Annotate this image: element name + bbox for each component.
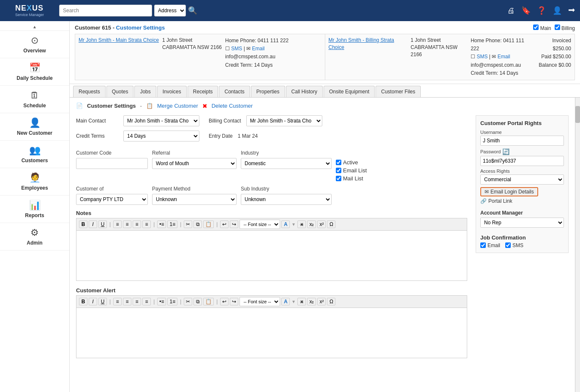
customer-code-input[interactable] xyxy=(76,158,148,169)
alert-textarea[interactable] xyxy=(76,308,467,358)
tab-properties[interactable]: Properties xyxy=(251,86,285,97)
main-contact-name[interactable]: Mr John Smith - Main Strata Choice xyxy=(79,37,159,43)
print-icon[interactable]: 🖨 xyxy=(507,6,515,15)
active-checkbox-label[interactable]: Active xyxy=(336,159,467,166)
user-icon[interactable]: 👤 xyxy=(553,6,562,15)
cut-btn[interactable]: ✂ xyxy=(184,220,192,228)
billing-contact-select[interactable]: Mr John Smith - Strata Cho xyxy=(246,115,322,126)
alert-superscript-btn[interactable]: x² xyxy=(317,298,326,305)
superscript-btn[interactable]: x² xyxy=(317,220,326,228)
tab-customer-files[interactable]: Customer Files xyxy=(376,86,421,97)
alert-list-number-btn[interactable]: 1≡ xyxy=(167,298,177,305)
scrollbar-thumb[interactable] xyxy=(575,106,580,123)
notes-textarea[interactable] xyxy=(76,230,467,281)
tab-call-history[interactable]: Call History xyxy=(286,86,323,97)
tab-onsite-equipment[interactable]: Onsite Equipment xyxy=(324,86,375,97)
sidebar-item-admin[interactable]: ⚙ Admin xyxy=(0,223,69,250)
referral-select[interactable]: Word of MouthOnline xyxy=(152,158,237,169)
alert-special-char-btn[interactable]: Ω xyxy=(327,298,335,305)
email-login-button[interactable]: ✉ Email Login Details xyxy=(480,187,538,196)
portal-link-button[interactable]: 🔗 Portal Link xyxy=(480,198,512,204)
alert-redo-btn[interactable]: ↪ xyxy=(230,298,238,305)
password-input[interactable] xyxy=(480,156,564,166)
help-icon[interactable]: ❓ xyxy=(537,6,546,15)
tab-contacts[interactable]: Contacts xyxy=(219,86,250,97)
alert-subscript-btn[interactable]: x₂ xyxy=(307,298,316,305)
mail-list-checkbox[interactable] xyxy=(336,176,341,181)
underline-btn[interactable]: U xyxy=(98,220,107,228)
logout-icon[interactable]: ⮕ xyxy=(568,6,576,15)
bookmark-icon[interactable]: 🔖 xyxy=(521,6,531,15)
credit-terms-select[interactable]: 14 Days xyxy=(123,131,199,142)
refresh-password-icon[interactable]: 🔄 xyxy=(502,148,509,155)
jc-email-checkbox[interactable] xyxy=(480,242,486,248)
tab-receipts[interactable]: Receipts xyxy=(188,86,218,97)
alert-bold-btn[interactable]: B xyxy=(79,298,87,305)
main-email-link[interactable]: Email xyxy=(252,46,265,52)
sidebar-item-schedule[interactable]: 🗓 Schedule xyxy=(0,86,69,113)
tab-invoices[interactable]: Invoices xyxy=(157,86,187,97)
paste-btn[interactable]: 📋 xyxy=(203,220,214,228)
customer-of-select[interactable]: Company PTY LTD xyxy=(76,194,148,205)
align-center-btn[interactable]: ≡ xyxy=(123,220,131,228)
sub-industry-select[interactable]: UnknownResidential xyxy=(241,194,332,205)
access-rights-select[interactable]: Commercial Residential None xyxy=(480,174,564,185)
font-size-select[interactable]: -- Font size -- xyxy=(240,220,280,229)
billing-contact-name[interactable]: Mr John Smith - Billing Strata Choice xyxy=(329,37,394,50)
delete-customer-link[interactable]: Delete Customer xyxy=(212,103,253,109)
special-char-btn[interactable]: Ω xyxy=(327,220,335,228)
main-checkbox-label[interactable]: Main xyxy=(533,24,551,31)
username-input[interactable] xyxy=(480,136,564,146)
alert-font-size-select[interactable]: -- Font size -- xyxy=(240,297,280,306)
merge-customer-link[interactable]: Merge Customer xyxy=(157,103,198,109)
mail-list-checkbox-label[interactable]: Mail List xyxy=(336,175,467,182)
italic-btn[interactable]: I xyxy=(89,220,97,228)
search-input[interactable] xyxy=(59,5,152,16)
customer-settings-link[interactable]: Customer Settings xyxy=(116,24,165,31)
main-checkbox[interactable] xyxy=(533,24,539,30)
alert-underline-btn[interactable]: U xyxy=(98,298,107,305)
undo-btn[interactable]: ↩ xyxy=(220,220,229,228)
subscript-btn[interactable]: x₂ xyxy=(307,220,316,228)
alert-cut-btn[interactable]: ✂ xyxy=(184,298,192,305)
redo-btn[interactable]: ↪ xyxy=(230,220,238,228)
sidebar-item-overview[interactable]: ⊙ Overview xyxy=(0,31,69,58)
align-right-btn[interactable]: ≡ xyxy=(133,220,141,228)
sidebar-item-customers[interactable]: 👥 Customers xyxy=(0,141,69,168)
sidebar-collapse-btn[interactable]: ▲ xyxy=(0,23,69,31)
billing-sms-link[interactable]: SMS xyxy=(477,54,488,60)
main-sms-link[interactable]: SMS xyxy=(231,46,242,52)
billing-email-link[interactable]: Email xyxy=(498,54,510,60)
align-justify-btn[interactable]: ≡ xyxy=(142,220,151,228)
sidebar-item-new-customer[interactable]: 👤 New Customer xyxy=(0,113,69,141)
align-left-btn[interactable]: ≡ xyxy=(113,220,122,228)
sidebar-item-daily-schedule[interactable]: 📅 Daily Schedule xyxy=(0,58,69,86)
active-checkbox[interactable] xyxy=(336,160,341,165)
alert-align-left-btn[interactable]: ≡ xyxy=(113,298,122,305)
jc-sms-checkbox[interactable] xyxy=(505,242,511,248)
alert-copy-btn[interactable]: ⧉ xyxy=(193,298,202,305)
strikethrough-btn[interactable]: x̶ xyxy=(297,220,306,228)
sidebar-item-reports[interactable]: 📊 Reports xyxy=(0,196,69,223)
list-bullet-btn[interactable]: •≡ xyxy=(157,220,166,228)
alert-align-justify-btn[interactable]: ≡ xyxy=(142,298,151,305)
alert-font-color-btn[interactable]: A xyxy=(281,298,290,305)
email-list-checkbox[interactable] xyxy=(336,168,341,173)
alert-align-right-btn[interactable]: ≡ xyxy=(133,298,141,305)
billing-checkbox-label[interactable]: Billing xyxy=(555,24,575,31)
jc-sms-label[interactable]: SMS xyxy=(505,242,523,248)
alert-undo-btn[interactable]: ↩ xyxy=(220,298,229,305)
sidebar-item-employees[interactable]: 🧑‍💼 Employees xyxy=(0,168,69,196)
alert-strikethrough-btn[interactable]: x̶ xyxy=(297,298,306,305)
tab-quotes[interactable]: Quotes xyxy=(106,86,134,97)
main-contact-select[interactable]: Mr John Smith - Strata Cho xyxy=(123,115,199,126)
jc-email-label[interactable]: Email xyxy=(480,242,500,248)
alert-list-bullet-btn[interactable]: •≡ xyxy=(157,298,166,305)
tab-requests[interactable]: Requests xyxy=(73,86,106,97)
alert-italic-btn[interactable]: I xyxy=(89,298,97,305)
scrollbar[interactable] xyxy=(575,98,580,392)
tab-jobs[interactable]: Jobs xyxy=(134,86,156,97)
search-type-select[interactable]: Address Name Phone Email xyxy=(154,5,186,16)
alert-paste-btn[interactable]: 📋 xyxy=(203,298,214,305)
search-button[interactable]: 🔍 xyxy=(188,6,197,15)
